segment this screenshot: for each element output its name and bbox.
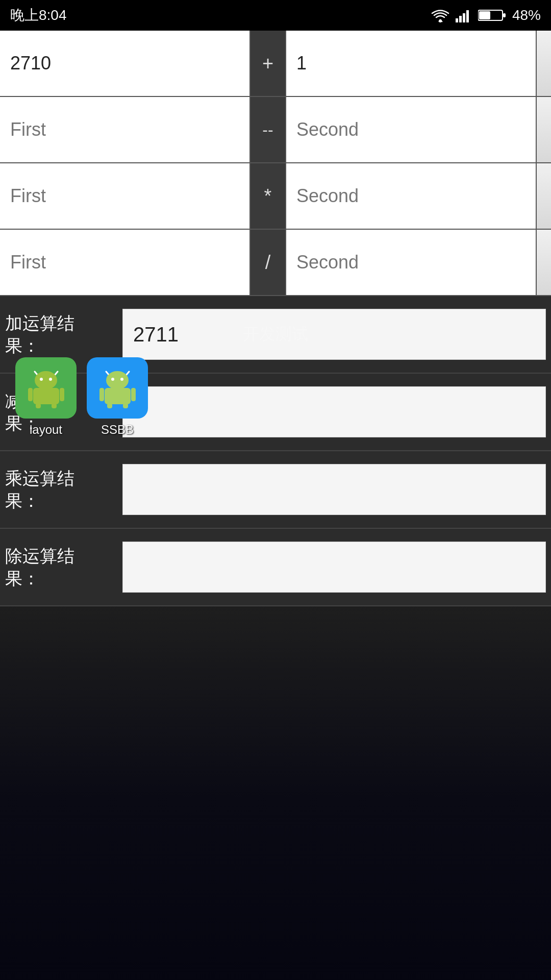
app-icons-overlay: layout <box>15 357 148 437</box>
svg-point-10 <box>35 371 57 389</box>
add-row: + 确认 <box>0 31 551 97</box>
subtract-confirm-button[interactable]: 确认 <box>537 97 551 162</box>
wifi-icon <box>431 8 449 22</box>
svg-rect-13 <box>33 388 59 404</box>
svg-rect-16 <box>36 403 41 408</box>
divide-confirm-button[interactable]: 确认 <box>537 230 551 295</box>
svg-rect-27 <box>123 403 128 408</box>
app-area: + 确认 -- 确认 * 确认 / 确认 加运算结果： 2711 开发测试 减 <box>0 31 551 606</box>
multiply-first-input[interactable] <box>0 163 251 229</box>
subtract-row: -- 确认 <box>0 97 551 163</box>
svg-rect-6 <box>503 13 506 17</box>
divide-first-input[interactable] <box>0 230 251 295</box>
layout-app-label: layout <box>30 423 62 437</box>
svg-point-11 <box>40 378 43 381</box>
status-bar: 晚上8:04 48% <box>0 0 551 31</box>
mul-result-value <box>122 464 546 515</box>
svg-rect-23 <box>105 388 131 404</box>
svg-rect-24 <box>99 388 104 401</box>
svg-point-21 <box>111 378 114 381</box>
multiply-confirm-button[interactable]: 确认 <box>537 163 551 229</box>
android-robot-1 <box>27 368 65 408</box>
svg-rect-17 <box>52 403 57 408</box>
signal-icon <box>456 8 472 22</box>
svg-rect-3 <box>463 13 465 22</box>
layout-icon-img <box>15 357 77 419</box>
battery-icon <box>478 8 506 22</box>
svg-point-22 <box>120 378 123 381</box>
svg-rect-7 <box>479 11 490 19</box>
svg-rect-26 <box>107 403 112 408</box>
divide-operator: / <box>251 230 286 295</box>
multiply-operator: * <box>251 163 286 229</box>
svg-point-0 <box>439 19 442 22</box>
divide-second-input[interactable] <box>286 230 537 295</box>
svg-rect-4 <box>466 10 469 22</box>
mul-result-row: 乘运算结果： <box>0 451 551 529</box>
ssbb-icon-img <box>87 357 148 419</box>
status-time: 晚上8:04 <box>10 6 67 25</box>
div-result-value <box>122 542 546 593</box>
sub-result-value <box>122 386 546 437</box>
add-operator: + <box>251 31 286 96</box>
status-icons: 48% <box>431 7 541 23</box>
svg-rect-2 <box>459 16 462 22</box>
svg-rect-14 <box>28 388 33 401</box>
svg-rect-25 <box>131 388 136 401</box>
svg-point-12 <box>49 378 52 381</box>
svg-rect-1 <box>456 18 458 22</box>
multiply-row: * 确认 <box>0 163 551 230</box>
div-result-label: 除运算结果： <box>0 534 117 600</box>
ssbb-app-label: SSBB <box>101 423 134 437</box>
mul-result-label: 乘运算结果： <box>0 456 117 523</box>
layout-app-icon[interactable]: layout <box>15 357 77 437</box>
battery-percent: 48% <box>512 7 541 23</box>
add-confirm-button[interactable]: 确认 <box>537 31 551 96</box>
android-robot-2 <box>98 368 137 408</box>
divide-row: / 确认 <box>0 230 551 296</box>
add-result-value: 2711 <box>122 309 546 360</box>
svg-point-20 <box>106 371 129 389</box>
div-result-row: 除运算结果： <box>0 529 551 606</box>
svg-rect-15 <box>60 388 64 401</box>
multiply-second-input[interactable] <box>286 163 537 229</box>
add-first-input[interactable] <box>0 31 251 96</box>
subtract-operator: -- <box>251 97 286 162</box>
subtract-first-input[interactable] <box>0 97 251 162</box>
subtract-second-input[interactable] <box>286 97 537 162</box>
ssbb-app-icon[interactable]: SSBB <box>87 357 148 437</box>
add-second-input[interactable] <box>286 31 537 96</box>
results-section: 加运算结果： 2711 开发测试 减运算结果： 乘运算结果： 除运算结果： <box>0 296 551 606</box>
bottom-area <box>0 606 551 980</box>
